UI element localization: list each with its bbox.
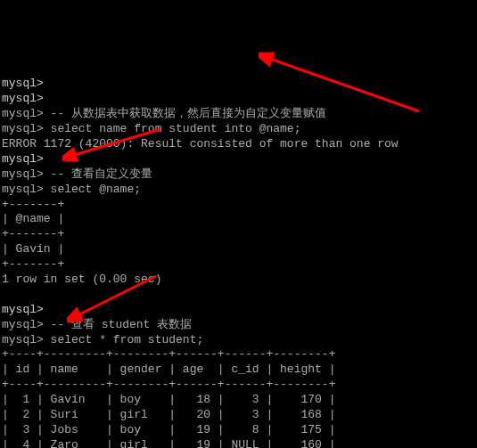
table-border: +-------+	[2, 257, 64, 271]
table-border: +-------+	[2, 198, 64, 211]
prompt-line: mysql>	[2, 152, 44, 166]
result-summary: 1 row in set (0.00 sec)	[2, 273, 161, 286]
table-row: | 4 | Zaro | girl | 19 | NULL | 160 |	[2, 438, 335, 448]
table-header: | @name |	[2, 212, 64, 225]
table-row: | 1 | Gavin | boy | 18 | 3 | 170 |	[2, 393, 335, 406]
prompt-line: mysql>	[2, 303, 44, 316]
table-border: +-------+	[2, 227, 64, 240]
prompt-line: mysql>	[2, 92, 44, 105]
table-row: | 2 | Suri | girl | 20 | 3 | 168 |	[2, 408, 335, 421]
terminal-output: mysql> mysql> mysql> -- 从数据表中获取数据，然后直接为自…	[2, 62, 475, 448]
sql-query: mysql> select name from student into @na…	[2, 122, 300, 135]
table-row: | Gavin |	[2, 242, 64, 256]
sql-comment: mysql> -- 查看自定义变量	[2, 167, 152, 181]
table-border: +----+---------+--------+------+------+-…	[2, 378, 335, 391]
table-header: | id | name | gender | age | c_id | heig…	[2, 362, 335, 376]
table-border: +----+---------+--------+------+------+-…	[2, 347, 335, 361]
sql-query: mysql> select * from student;	[2, 333, 203, 346]
table-row: | 3 | Jobs | boy | 19 | 8 | 175 |	[2, 423, 335, 436]
sql-comment: mysql> -- 从数据表中获取数据，然后直接为自定义变量赋值	[2, 107, 326, 120]
error-message: ERROR 1172 (42000): Result consisted of …	[2, 137, 399, 151]
prompt-line: mysql>	[2, 77, 44, 90]
sql-query: mysql> select @name;	[2, 183, 141, 196]
sql-comment: mysql> -- 查看 student 表数据	[2, 318, 192, 331]
